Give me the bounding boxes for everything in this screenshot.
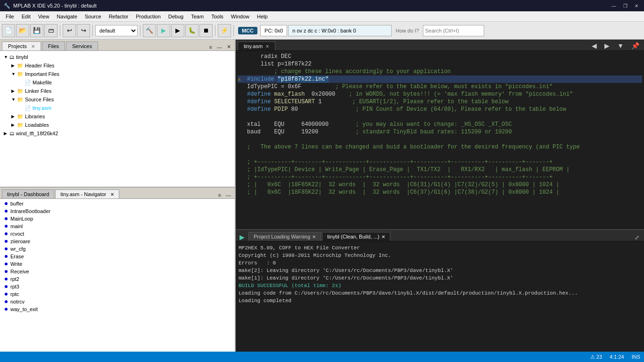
menu-item-debug[interactable]: Debug xyxy=(165,13,187,20)
close-projects-icon[interactable]: ✕ xyxy=(31,44,35,49)
tab-files[interactable]: Files xyxy=(42,41,65,50)
close-tab-icon[interactable]: ✕ xyxy=(265,44,269,49)
nav-item[interactable]: buffer xyxy=(1,200,234,207)
code-line xyxy=(238,113,642,121)
code-line: xtal EQU 64000000 ; you may also want to… xyxy=(238,121,642,128)
tab-navigator[interactable]: tiny.asm - Navigator ✕ xyxy=(55,189,119,198)
nav-item-dot xyxy=(5,247,8,250)
menu-item-window[interactable]: Window xyxy=(227,13,253,20)
code-token: #define xyxy=(247,99,274,105)
editor-tab-bar: tiny.asm ✕ ◀ ▶ ▼ 📌 xyxy=(236,40,644,51)
build-project-button[interactable]: 🔨 xyxy=(143,24,156,37)
code-text: list p=18f87k22 xyxy=(247,60,642,68)
code-token: #include xyxy=(247,76,278,82)
menu-item-edit[interactable]: Edit xyxy=(18,13,34,20)
close-warning-tab-icon[interactable]: ✕ xyxy=(312,234,316,239)
menu-item-navigate[interactable]: Navigate xyxy=(53,13,81,20)
output-tab-build[interactable]: tinybl (Clean, Build, ...) ✕ xyxy=(322,232,390,241)
config-select[interactable]: default xyxy=(95,25,138,36)
menu-item-team[interactable]: Team xyxy=(187,13,207,20)
code-editor[interactable]: radix DEC list p=18f87k22 ; change these… xyxy=(236,51,644,229)
tree-item[interactable]: ▼📁Important Files xyxy=(2,70,233,78)
tab-services[interactable]: Services xyxy=(66,41,98,50)
tree-item[interactable]: ▼📁Source Files xyxy=(2,95,233,104)
tab-dashboard[interactable]: tinybl - Dashboard xyxy=(2,189,54,198)
tree-item[interactable]: 📄tiny.asm xyxy=(2,104,233,112)
close-button[interactable]: ✕ xyxy=(633,2,640,9)
nav-item[interactable]: rcvoct xyxy=(1,230,234,238)
program-button[interactable]: ⚡ xyxy=(218,24,231,37)
tab-menu-icon[interactable]: ▼ xyxy=(614,41,627,50)
debug-button[interactable]: 🐛 xyxy=(185,24,198,37)
menu-item-file[interactable]: File xyxy=(2,13,18,20)
undo-button[interactable]: ↩ xyxy=(63,24,76,37)
nav-item-dot xyxy=(5,300,8,303)
panel-close-button[interactable]: ✕ xyxy=(225,43,233,50)
run-button[interactable]: ▶ xyxy=(171,24,184,37)
code-token: baud EQU 19200 xyxy=(247,129,355,135)
minimize-button[interactable]: — xyxy=(610,2,618,9)
panel-minimize-button[interactable]: — xyxy=(215,44,224,50)
nav-item[interactable]: Receive xyxy=(1,268,234,275)
nav-item[interactable]: MainLoop xyxy=(1,215,234,222)
nav-item-dot xyxy=(5,240,8,243)
output-maximize-icon[interactable]: ⤢ xyxy=(632,234,642,241)
open-button[interactable]: 📂 xyxy=(16,24,29,37)
code-token: list p=18f87k22 xyxy=(247,61,312,67)
tree-node-icon: 📁 xyxy=(17,114,24,120)
menu-item-production[interactable]: Production xyxy=(132,13,165,20)
nav-item[interactable]: IntrareBootloader xyxy=(1,207,234,215)
tree-item[interactable]: 📄Makefile xyxy=(2,78,233,87)
maximize-button[interactable]: ❒ xyxy=(621,2,629,9)
clean-build-button[interactable]: ▶ xyxy=(157,24,170,37)
stop-button[interactable]: ⏹ xyxy=(199,24,213,37)
pin-icon[interactable]: 📌 xyxy=(628,41,642,50)
tree-item[interactable]: ▶🗂wind_tft_18f26k42 xyxy=(2,129,233,138)
editor-tab-tinyasm[interactable]: tiny.asm ✕ xyxy=(238,41,275,50)
nav-item[interactable]: rpt2 xyxy=(1,275,234,283)
tree-item[interactable]: ▼🗂tinybl xyxy=(2,53,233,61)
output-play-icon[interactable]: ▶ xyxy=(238,233,247,241)
output-tab-warning[interactable]: Project Loading Warning ✕ xyxy=(248,232,321,241)
menu-item-refactor[interactable]: Refactor xyxy=(105,13,132,20)
code-token: ; you may also want to change: _HS_OSC _… xyxy=(355,121,512,128)
tree-item[interactable]: ▶📁Libraries xyxy=(2,112,233,121)
tree-item[interactable]: ▶📁Linker Files xyxy=(2,87,233,95)
scroll-right-icon[interactable]: ▶ xyxy=(602,41,612,50)
nav-item[interactable]: Erase xyxy=(1,253,234,260)
menu-item-source[interactable]: Source xyxy=(81,13,105,20)
bottom-panel-minimize-button[interactable]: — xyxy=(224,192,233,198)
nav-item[interactable]: rpt3 xyxy=(1,283,234,290)
window-controls: — ❒ ✕ xyxy=(610,2,640,9)
scroll-left-icon[interactable]: ◀ xyxy=(589,41,600,50)
tab-projects[interactable]: Projects ✕ xyxy=(2,41,41,50)
howdoi-label: How do I? xyxy=(393,25,422,36)
tree-item[interactable]: ▶📁Loadables xyxy=(2,121,233,129)
close-navigator-icon[interactable]: ✕ xyxy=(110,192,114,197)
new-button[interactable]: 📄 xyxy=(2,24,15,37)
nav-item[interactable]: Write xyxy=(1,260,234,268)
tree-item[interactable]: ▶📁Header Files xyxy=(2,61,233,70)
save-all-button[interactable]: 🗃 xyxy=(44,24,58,37)
nav-item[interactable]: notrcv xyxy=(1,298,234,305)
bottom-panel-menu-button[interactable]: ≡ xyxy=(216,192,223,198)
nav-item[interactable]: rptc xyxy=(1,290,234,298)
save-button[interactable]: 💾 xyxy=(30,24,43,37)
tree-node-label: tiny.asm xyxy=(33,105,51,111)
nav-item-dot xyxy=(5,293,8,296)
menu-item-help[interactable]: Help xyxy=(253,13,272,20)
nav-item[interactable]: ziieroare xyxy=(1,238,234,245)
line-gutter: ⚠ xyxy=(238,75,244,83)
search-input[interactable] xyxy=(423,25,484,36)
redo-button[interactable]: ↪ xyxy=(77,24,90,37)
menu-item-tools[interactable]: Tools xyxy=(207,13,227,20)
panel-menu-button[interactable]: ≡ xyxy=(207,44,214,50)
menu-item-view[interactable]: View xyxy=(34,13,53,20)
close-build-tab-icon[interactable]: ✕ xyxy=(381,234,385,239)
mcc-badge[interactable]: MCC xyxy=(238,27,257,34)
nav-item[interactable]: way_to_exit xyxy=(1,305,234,313)
code-text: radix DEC xyxy=(247,53,642,60)
nav-item[interactable]: wr_cfg xyxy=(1,245,234,253)
code-text: ; change these lines accordingly to your… xyxy=(247,68,642,75)
nav-item[interactable]: mainl xyxy=(1,222,234,230)
